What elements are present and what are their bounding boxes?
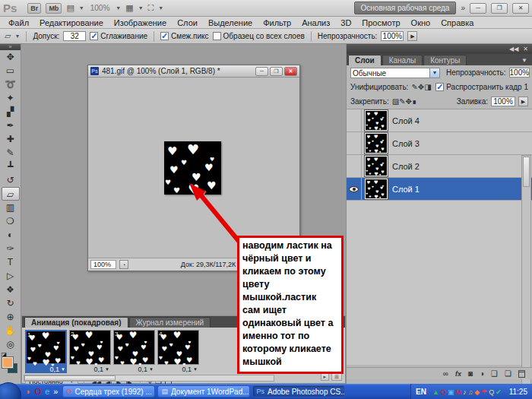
menu-редактирование[interactable]: Редактирование (34, 17, 109, 28)
contiguous-checkbox[interactable] (160, 32, 169, 40)
propagate-frame-checkbox[interactable] (435, 83, 444, 91)
layer-row[interactable]: ♥♥♥♥♥♥♥♥♥♥♥♥Слой 2 (347, 155, 532, 178)
layer-thumbnail[interactable]: ♥♥♥♥♥♥♥♥♥♥♥♥ (365, 133, 388, 154)
clone-stamp-tool[interactable]: ┻ (2, 160, 20, 173)
doc-restore-button[interactable]: ❐ (270, 67, 283, 76)
collapse-panels-icon[interactable]: ◀◀ (509, 46, 518, 52)
screen-mode-dropdown-icon[interactable]: ▼ (158, 5, 163, 11)
opera-icon[interactable]: O (35, 388, 42, 396)
tolerance-input[interactable]: 32 (63, 31, 86, 41)
visibility-toggle[interactable] (347, 155, 362, 178)
marquee-tool[interactable]: ▭ (2, 64, 20, 78)
opacity-slider-icon[interactable]: ▶ (407, 31, 417, 41)
ie-icon[interactable]: e (45, 388, 49, 396)
gradient-tool[interactable]: ▥ (2, 201, 20, 214)
tab-контуры[interactable]: Контуры (423, 55, 467, 65)
minibridge-button[interactable]: Mb (46, 3, 62, 14)
shape-tool[interactable]: ❖ (2, 283, 20, 296)
sample-all-layers-checkbox[interactable] (213, 32, 221, 40)
menu-фильтр[interactable]: Фильтр (258, 17, 296, 28)
opacity-input[interactable]: 100% (381, 31, 404, 41)
status-zoom-field[interactable]: 100% (90, 260, 116, 269)
search-icon[interactable]: Q (489, 388, 494, 396)
orbit-3d-tool[interactable]: ⊕ (2, 310, 20, 324)
screen-mode-icon[interactable]: ⛶ (148, 3, 154, 13)
toolbox-grip[interactable]: » (0, 44, 21, 50)
tool-preset-dropdown-icon[interactable]: ▼ (14, 33, 20, 39)
new-layer-icon[interactable]: ❏ (505, 369, 511, 378)
new-group-icon[interactable]: ❑ (491, 369, 498, 378)
frame-thumbnail[interactable]: 1♥♥♥♥♥♥♥♥♥♥♥♥ (25, 330, 67, 365)
taskbar-button[interactable]: PsAdobe Photoshop CS... (252, 385, 345, 397)
menu-3d[interactable]: 3D (335, 17, 356, 28)
display-icon[interactable]: ▣ (448, 388, 454, 396)
antialias-checkbox[interactable] (90, 32, 98, 40)
blend-mode-select[interactable]: Обычные ▼ (350, 68, 440, 78)
healing-brush-tool[interactable]: ✚ (2, 132, 20, 146)
workspace-more-icon[interactable]: » (461, 4, 465, 12)
layer-thumbnail[interactable]: ♥♥♥♥♥♥♥♥♥♥♥♥ (365, 179, 388, 199)
visibility-toggle[interactable] (347, 109, 362, 132)
panel-menu-icon[interactable]: ▼ (517, 55, 532, 65)
foreground-color-swatch[interactable] (2, 357, 13, 368)
arrange-documents-icon[interactable]: ▦ (125, 3, 133, 13)
view-extras-dropdown-icon[interactable]: ▼ (79, 5, 84, 11)
eyedropper-tool[interactable]: ✒ (2, 119, 20, 132)
more-icon[interactable]: » (53, 388, 58, 396)
animation-frame[interactable]: 2♥♥♥♥♥♥♥♥♥♥♥♥0,1▼ (69, 330, 111, 373)
visibility-toggle[interactable] (347, 178, 362, 201)
move-tool[interactable]: ✥ (2, 50, 20, 64)
ati-icon[interactable]: ▲ (432, 388, 439, 396)
layers-opacity-input[interactable]: 100% (509, 68, 530, 78)
minimize-button[interactable]: ─ (470, 3, 486, 14)
adjustment-layer-icon[interactable]: ◑ (480, 369, 484, 378)
hand-tool[interactable]: ✋ (2, 324, 20, 337)
menu-выделение[interactable]: Выделение (203, 17, 258, 28)
view-extras-icon[interactable]: ▤ (66, 3, 74, 13)
language-indicator[interactable]: EN (416, 388, 426, 396)
history-brush-tool[interactable]: ↺ (2, 173, 20, 187)
tool-preset-icon[interactable]: ▱ (5, 31, 11, 41)
lock-icon-0[interactable]: ▨ (392, 97, 399, 106)
eraser-tool[interactable]: ▱ (2, 187, 20, 201)
type-tool[interactable]: T (2, 255, 20, 269)
menu-анализ[interactable]: Анализ (296, 17, 335, 28)
lasso-tool[interactable]: ➰ (2, 78, 20, 91)
pen-tool[interactable]: ✑ (2, 242, 20, 255)
layers-scrollbar[interactable] (521, 155, 531, 399)
firefox-icon[interactable]: ◗ (26, 388, 31, 396)
menu-изображение[interactable]: Изображение (109, 17, 172, 28)
mixer-icon[interactable]: ♫ (467, 388, 473, 396)
crop-tool[interactable]: ▞ (2, 105, 20, 119)
start-button[interactable] (0, 382, 21, 399)
tab-слои[interactable]: Слои (348, 55, 382, 65)
bridge-button[interactable]: Br (27, 3, 41, 14)
layer-thumbnail[interactable]: ♥♥♥♥♥♥♥♥♥♥♥♥ (365, 110, 388, 131)
taskbar-clock[interactable]: 11:25 (509, 388, 527, 396)
unify-icon-2[interactable]: ◨ (424, 83, 431, 91)
layer-thumbnail[interactable]: ♥♥♥♥♥♥♥♥♥♥♥♥ (365, 156, 388, 176)
menu-окно[interactable]: Окно (406, 17, 436, 28)
doc-minimize-button[interactable]: ─ (255, 67, 268, 76)
tab-animation[interactable]: Журнал измерений (129, 317, 211, 328)
blur-tool[interactable]: ❍ (2, 214, 20, 228)
workspace-switcher-button[interactable]: Основная рабочая среда (354, 2, 457, 14)
taskbar-button[interactable]: ▤Документ 1WordPad... (157, 385, 250, 397)
volume-icon[interactable]: ♪ (463, 388, 467, 396)
layer-mask-icon[interactable]: ◙ (468, 369, 473, 378)
animation-frame[interactable]: 1♥♥♥♥♥♥♥♥♥♥♥♥0,1▼ (25, 330, 67, 373)
dodge-tool[interactable]: ◐ (2, 228, 20, 242)
menu-просмотр[interactable]: Просмотр (356, 17, 405, 28)
layer-style-icon[interactable]: fx (455, 370, 461, 378)
layer-row[interactable]: ♥♥♥♥♥♥♥♥♥♥♥♥Слой 4 (347, 109, 532, 132)
blend-mode-dropdown-icon[interactable]: ▼ (429, 68, 439, 78)
dock-close-icon[interactable]: ✕ (523, 46, 528, 52)
m-agent-icon[interactable]: M (455, 388, 461, 396)
unify-icon-0[interactable]: ✎ (411, 83, 417, 91)
fill-input[interactable]: 100% (491, 97, 515, 106)
taskbar-button[interactable]: OСердца трех (1992) ... (62, 385, 155, 397)
delete-layer-icon[interactable] (518, 370, 525, 378)
tab-каналы[interactable]: Каналы (382, 55, 423, 65)
arrange-dropdown-icon[interactable]: ▼ (138, 5, 144, 11)
close-button[interactable]: ✕ (512, 3, 529, 14)
